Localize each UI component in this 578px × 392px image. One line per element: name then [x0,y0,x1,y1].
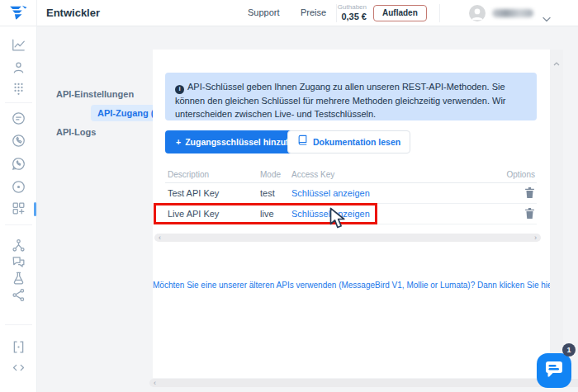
key-description: Test API Key [168,188,219,198]
nav-preise-link[interactable]: Preise [301,0,326,26]
user-name-redacted [492,9,533,17]
nav-support-link[interactable]: Support [248,0,280,26]
channel-circle-icon[interactable] [11,179,26,195]
sidebar-divider [5,102,32,103]
info-banner-text: API-Schlüssel geben Ihnen Zugang zu alle… [175,82,506,119]
page-horizontal-scrollbar[interactable]: ‹ [149,379,578,387]
legacy-apis-link[interactable]: Möchten Sie eine unserer älteren APIs ve… [153,281,550,290]
page-title: Entwickler [46,0,100,26]
user-avatar[interactable] [469,5,486,21]
home-logo-button[interactable] [0,0,37,26]
plus-icon: + [176,137,181,147]
flask-icon[interactable] [11,271,26,286]
chat-bubble-icon [544,359,564,382]
table-row-test-api-key: Test API Key test Schlüssel anzeigen [165,183,537,204]
contact-icon[interactable] [11,59,26,75]
book-icon [297,131,308,153]
col-options: Options [507,169,535,178]
subnav-api-logs[interactable]: API-Logs [56,127,96,137]
product-sidebar [0,26,37,392]
trash-icon[interactable] [524,187,536,200]
table-header-row: Description Mode Access Key Options [165,165,537,183]
subnav-api-einstellungen[interactable]: API-Einstellungen [56,89,134,99]
sidebar-divider [5,224,32,225]
sidebar-divider [5,324,32,325]
top-header: Entwickler Support Preise Guthaben 0,35 … [0,0,578,26]
grid-plus-icon[interactable] [11,201,26,216]
share-nodes-icon[interactable] [11,287,26,303]
vertical-scrollbar[interactable] [550,50,563,378]
line-chart-icon[interactable] [11,37,26,53]
sidebar-active-indicator [34,202,36,216]
table-horizontal-scrollbar[interactable]: ‹ › [154,234,541,242]
mouse-cursor [329,207,347,233]
scroll-right-icon[interactable]: › [534,234,537,242]
dialpad-icon[interactable] [11,81,26,97]
chat-circle-icon[interactable] [11,111,26,126]
conversations-icon[interactable] [11,254,26,270]
brackets-icon[interactable] [11,339,26,355]
scroll-left-icon[interactable]: ‹ [154,379,156,387]
col-description: Description [168,169,209,178]
show-key-link[interactable]: Schlüssel anzeigen [291,188,370,198]
balance-label: Guthaben [330,3,367,11]
phone-circle-icon[interactable] [11,133,26,149]
scroll-left-icon[interactable]: ‹ [159,234,161,242]
whatsapp-icon[interactable] [11,156,26,172]
balance-value: 0,35 € [330,12,367,21]
code-icon[interactable] [11,360,26,375]
header-divider [439,4,440,22]
info-icon: i [175,85,184,94]
trash-icon[interactable] [524,208,536,220]
topup-button[interactable]: Aufladen [373,5,427,21]
flow-nodes-icon[interactable] [11,238,26,253]
info-banner: iAPI-Schlüssel geben Ihnen Zugang zu all… [165,73,537,120]
balance-display: Guthaben 0,35 € [330,3,367,21]
read-documentation-label: Dokumentation lesen [313,131,400,153]
api-subnav: API-Einstellungen API-Zugang (REST) API-… [37,26,153,392]
key-mode: test [260,188,275,198]
person-icon [469,5,486,21]
notification-badge: 1 [562,343,576,357]
col-mode: Mode [260,169,281,178]
scroll-up-icon[interactable] [553,54,560,69]
chat-widget-button[interactable] [537,353,571,388]
chevron-down-icon[interactable] [542,11,551,17]
col-access-key: Access Key [291,169,334,178]
read-documentation-button[interactable]: Dokumentation lesen [287,130,410,153]
developer-dashboard: Entwickler Support Preise Guthaben 0,35 … [0,0,578,392]
messagebird-bird-logo-icon [9,4,28,23]
